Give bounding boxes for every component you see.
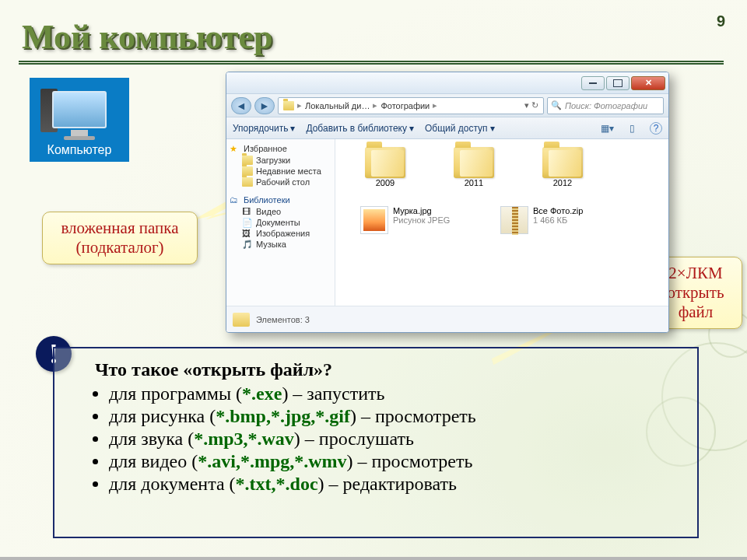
sidebar-favorites-header[interactable]: ★Избранное (230, 144, 331, 153)
file-desc: Рисунок JPEG (393, 215, 450, 225)
callout-line: файл (661, 303, 731, 322)
nav-forward-button[interactable]: ► (254, 97, 275, 114)
folder-item[interactable]: 2012 (538, 147, 587, 187)
toolbar-share[interactable]: Общий доступ▾ (425, 123, 495, 134)
toolbar: Упорядочить▾ Добавить в библиотеку▾ Общи… (226, 117, 668, 139)
note-item: для звука (*.mp3,*.wav) – прослушать (109, 429, 685, 450)
music-icon: 🎵 (242, 240, 253, 249)
zip-file-icon (500, 206, 528, 234)
explorer-sidebar: ★Избранное Загрузки Недавние места Рабоч… (226, 139, 335, 306)
folder-item[interactable]: 2011 (449, 147, 499, 187)
callout-subfolder: вложенная папка (подкаталог) (42, 212, 198, 264)
breadcrumb-sep: ▸ (373, 100, 377, 110)
callout-line: (подкаталог) (54, 238, 186, 257)
drive-icon (283, 101, 294, 110)
explorer-content[interactable]: 2009 2011 2012 Мурка.jpg Рисунок JPEG Вс… (335, 139, 668, 306)
chevron-down-icon: ▾ (490, 123, 495, 134)
callout-line: 2×ЛКМ (661, 264, 731, 283)
note-box: Что такое «открыть файл»? для программы … (53, 347, 699, 538)
help-icon[interactable]: ? (650, 122, 662, 135)
slide-title: Мой компьютер (22, 17, 272, 57)
chevron-down-icon: ▾ (290, 123, 295, 134)
sidebar-item-video[interactable]: 🎞Видео (230, 206, 331, 217)
breadcrumb-sep: ▸ (297, 100, 302, 110)
toolbar-organize[interactable]: Упорядочить▾ (233, 123, 295, 134)
callout-line: открыть (661, 283, 731, 303)
search-input[interactable]: 🔍 Поиск: Фотографии (547, 97, 664, 114)
status-bar: Элементов: 3 (226, 306, 668, 332)
sidebar-item-desktop[interactable]: Рабочий стол (230, 177, 331, 187)
folder-item[interactable]: 2009 (360, 147, 410, 187)
computer-desktop-icon[interactable]: Компьютер (30, 78, 129, 162)
chevron-down-icon: ▾ (409, 123, 414, 134)
breadcrumb-folder[interactable]: Фотографии (381, 101, 430, 110)
monitor-stand (71, 130, 88, 136)
sidebar-libraries-header[interactable]: 🗂Библиотеки (230, 195, 331, 205)
file-name: Все Фото.zip (533, 206, 583, 215)
window-titlebar[interactable] (226, 72, 668, 94)
title-underline (19, 61, 724, 65)
computer-icon-label: Компьютер (47, 143, 112, 157)
minimize-button[interactable] (581, 76, 605, 90)
note-item: для рисунка (*.bmp,*.jpg,*.gif) – просмо… (109, 406, 685, 427)
folder-label: 2009 (376, 178, 395, 187)
star-icon: ★ (230, 144, 240, 153)
address-bar: ◄ ► ▸ Локальный ди… ▸ Фотографии ▸ ▾ ↻ 🔍… (226, 94, 668, 117)
sidebar-item-pictures[interactable]: 🖼Изображения (230, 228, 331, 239)
close-button[interactable] (631, 76, 665, 90)
pictures-icon: 🖼 (242, 229, 253, 238)
toolbar-add-library[interactable]: Добавить в библиотеку▾ (306, 123, 414, 134)
breadcrumb-sep: ▸ (433, 100, 437, 110)
folder-icon (233, 313, 250, 327)
video-icon: 🎞 (242, 207, 253, 216)
nav-back-button[interactable]: ◄ (231, 97, 251, 114)
folder-label: 2012 (553, 178, 572, 187)
sidebar-item-documents[interactable]: 📄Документы (230, 217, 331, 228)
file-desc: 1 466 КБ (533, 215, 583, 225)
documents-icon: 📄 (242, 218, 253, 227)
note-list: для программы (*.exe) – запустить для ри… (109, 383, 685, 495)
folder-icon (454, 147, 494, 178)
monitor-base (64, 136, 95, 140)
file-item-archive[interactable]: Все Фото.zip 1 466 КБ (500, 206, 617, 234)
sidebar-item-music[interactable]: 🎵Музыка (230, 239, 331, 250)
callout-line: вложенная папка (54, 219, 186, 238)
note-item: для видео (*.avi,*.mpg,*.wmv) – просмотр… (109, 451, 685, 472)
note-item: для программы (*.exe) – запустить (109, 383, 685, 404)
note-question: Что такое «открыть файл»? (95, 359, 685, 380)
file-name: Мурка.jpg (393, 206, 450, 215)
page-number: 9 (717, 12, 725, 30)
maximize-button[interactable] (606, 76, 630, 90)
note-item: для документа (*.txt,*.doc) – редактиров… (109, 474, 685, 495)
slide-bottom-border (0, 557, 747, 560)
search-placeholder: Поиск: Фотографии (565, 101, 647, 110)
folder-icon (365, 147, 405, 178)
breadcrumb-drive[interactable]: Локальный ди… (305, 101, 370, 110)
explorer-window: ◄ ► ▸ Локальный ди… ▸ Фотографии ▸ ▾ ↻ 🔍… (226, 72, 669, 333)
folder-label: 2011 (465, 178, 483, 187)
preview-pane-icon[interactable]: ▯ (625, 122, 639, 135)
search-icon: 🔍 (551, 100, 562, 110)
folder-icon (242, 177, 253, 187)
libraries-icon: 🗂 (230, 195, 240, 205)
breadcrumb[interactable]: ▸ Локальный ди… ▸ Фотографии ▸ ▾ ↻ (278, 97, 544, 114)
breadcrumb-dropdown-icon[interactable]: ▾ ↻ (524, 100, 538, 110)
folder-icon (542, 147, 583, 178)
explorer-body: ★Избранное Загрузки Недавние места Рабоч… (226, 139, 668, 306)
computer-monitor-icon (52, 91, 107, 128)
image-file-icon (360, 206, 388, 234)
status-text: Элементов: 3 (256, 315, 310, 324)
file-item-image[interactable]: Мурка.jpg Рисунок JPEG (360, 206, 477, 234)
view-mode-icon[interactable]: ▦▾ (600, 122, 614, 135)
